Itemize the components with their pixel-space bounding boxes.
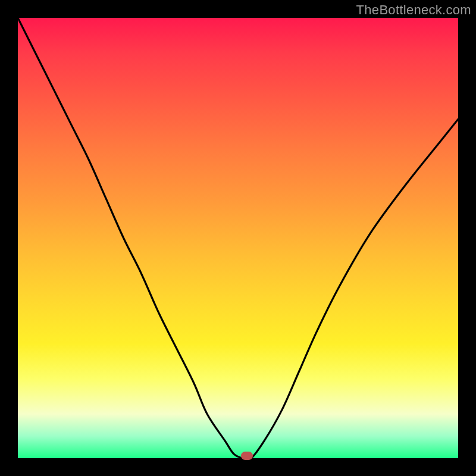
chart-plot-area: [18, 18, 458, 458]
chart-frame: TheBottleneck.com: [0, 0, 476, 476]
watermark-text: TheBottleneck.com: [356, 2, 471, 18]
chart-marker: [241, 452, 253, 460]
